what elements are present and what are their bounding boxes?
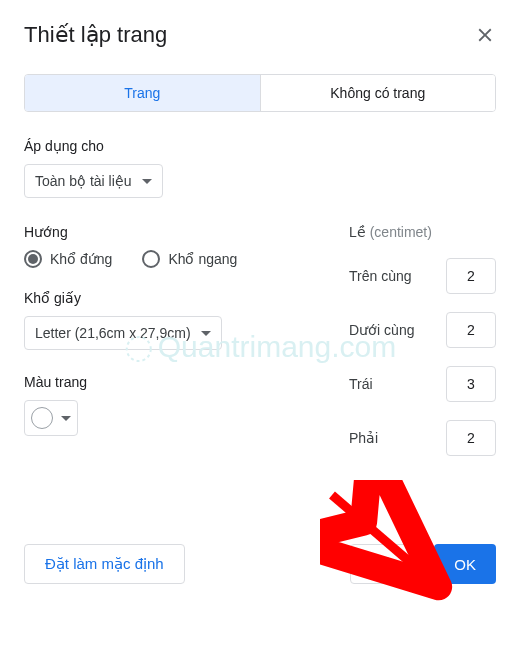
page-color-label: Màu trang (24, 374, 319, 390)
paper-size-select[interactable]: Letter (21,6cm x 27,9cm) (24, 316, 222, 350)
margin-bottom-input[interactable] (446, 312, 496, 348)
margin-left-input[interactable] (446, 366, 496, 402)
cancel-button[interactable]: Hủy (350, 544, 420, 584)
margin-right-input[interactable] (446, 420, 496, 456)
apply-to-label: Áp dụng cho (24, 138, 496, 154)
close-icon[interactable] (474, 24, 496, 46)
paper-size-value: Letter (21,6cm x 27,9cm) (35, 325, 191, 341)
page-color-select[interactable] (24, 400, 78, 436)
tab-bar: Trang Không có trang (24, 74, 496, 112)
left-column: Hướng Khổ đứng Khổ ngang Khổ giấy Letter… (24, 224, 319, 474)
margin-left-label: Trái (349, 376, 434, 392)
paper-size-label: Khổ giấy (24, 290, 319, 306)
ok-button[interactable]: OK (434, 544, 496, 584)
caret-down-icon (61, 416, 71, 421)
orientation-portrait-label: Khổ đứng (50, 251, 112, 267)
orientation-landscape-label: Khổ ngang (168, 251, 237, 267)
page-setup-dialog: Quantrimang.com Thiết lập trang Trang Kh… (0, 0, 520, 612)
margin-right-label: Phải (349, 430, 434, 446)
margin-bottom-label: Dưới cùng (349, 322, 434, 338)
orientation-label: Hướng (24, 224, 319, 240)
radio-off-icon (142, 250, 160, 268)
set-default-button[interactable]: Đặt làm mặc định (24, 544, 185, 584)
caret-down-icon (201, 331, 211, 336)
orientation-portrait[interactable]: Khổ đứng (24, 250, 112, 268)
margin-top-label: Trên cùng (349, 268, 434, 284)
tab-pages[interactable]: Trang (25, 75, 260, 111)
margins-label: Lề (centimet) (349, 224, 496, 240)
margin-top-input[interactable] (446, 258, 496, 294)
apply-to-value: Toàn bộ tài liệu (35, 173, 132, 189)
dialog-title: Thiết lập trang (24, 22, 167, 48)
orientation-landscape[interactable]: Khổ ngang (142, 250, 237, 268)
right-column: Lề (centimet) Trên cùng Dưới cùng Trái P… (349, 224, 496, 474)
tab-pageless[interactable]: Không có trang (260, 75, 496, 111)
color-swatch (31, 407, 53, 429)
apply-to-select[interactable]: Toàn bộ tài liệu (24, 164, 163, 198)
radio-on-icon (24, 250, 42, 268)
dialog-footer: Đặt làm mặc định Hủy OK (24, 544, 496, 584)
caret-down-icon (142, 179, 152, 184)
